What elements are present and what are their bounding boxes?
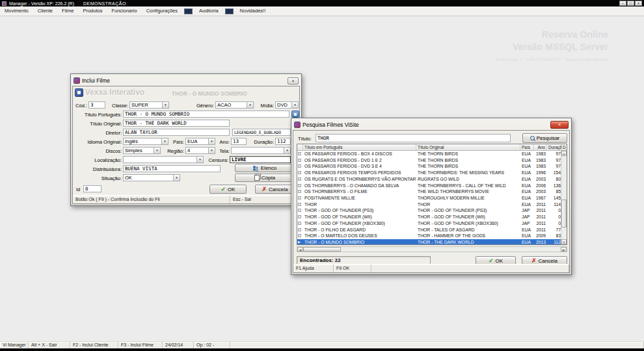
maximize-button[interactable]: □ [627,1,634,6]
tela-select[interactable]: ▼ [231,147,291,154]
menu-item-produtos[interactable]: Produtos [78,6,107,16]
diretor-field[interactable]: ALAN TAYLOR [123,129,230,136]
cell-pais: EUA [520,183,534,189]
table-row[interactable]: OS PASSAROS FERIDOS - DVD 1 E 2THE THORN… [297,157,567,164]
film-icon [298,177,301,181]
header-titulo-original[interactable]: Título Original [416,144,520,150]
table-row[interactable]: THOR - GOD OF THUNDER (PS3)THOR - GOD OF… [297,207,567,214]
scroll-up-icon[interactable]: ▲ [561,151,567,156]
table-row[interactable]: THORTHOREUA2011114P [297,202,567,208]
film-icon [298,209,301,212]
scroll-thumb[interactable] [561,200,567,228]
close-icon[interactable]: × [288,77,299,84]
chevron-down-icon: ▼ [173,175,180,181]
midia-select[interactable]: DVD ▼ [275,101,299,109]
header-ano[interactable]: Ano [534,144,547,150]
menu-item-novidades[interactable]: Novidades!! [235,6,271,16]
close-icon[interactable]: × [550,121,569,129]
close-button[interactable]: × [635,1,642,6]
audio-field[interactable]: LEGENDADO_E_DUBLADO [232,129,291,136]
titulo-pt-field[interactable]: THOR - O MUNDO SOMBRIO [123,110,289,118]
vertical-scrollbar[interactable]: ▲ ▼ [561,151,567,244]
header-pais[interactable]: País [520,144,534,150]
copia-button-label: Cópia [262,175,275,181]
cell-ano: 2011 [534,227,547,233]
id-field[interactable]: 0 [83,185,101,192]
scroll-track[interactable] [303,247,561,252]
cell-pt: OS THORNBERRYS - O FILME [303,188,416,195]
inclui-filme-titlebar[interactable]: Inclui Filme × [72,75,300,86]
regiao-select[interactable]: 4 ▼ [185,147,215,154]
cancela-button[interactable]: ✗ Cancela [255,185,295,194]
menu-item-funcionario[interactable]: Funcionario [107,6,141,16]
header-duracao[interactable]: Duração [547,144,562,150]
classe-select[interactable]: SUPER ▼ [129,101,169,109]
cell-orig: THOR - TALES OF ASGARD [416,227,520,233]
table-row[interactable]: ▶THOR - O MUNDO SOMBRIOTHOR - THE DARK W… [297,239,567,245]
table-row[interactable]: OS THORNBERRYS - O FILMETHE WILD THORNBE… [297,188,567,195]
cell-orig: THOR - GOD OF THUNDER (WII) [416,214,520,220]
localizacao-select[interactable]: ▼ [123,156,204,163]
menu-item-movimento[interactable]: Movimento [0,6,33,16]
table-row[interactable]: OS PASSAROS FERIDOS - BOX 4 DISCOSTHE TH… [297,151,567,157]
menu-item-filme[interactable]: Filme [57,6,78,16]
elenco-button[interactable]: Elenco [235,164,295,172]
copia-button[interactable]: Cópia [235,174,295,182]
header-titulo-pt[interactable]: Título em Português [303,144,416,150]
discos-select[interactable]: Simples ▼ [123,147,161,154]
scroll-thumb[interactable] [303,247,341,252]
ano-field[interactable]: 13 [231,138,247,145]
censura-field[interactable]: LIVRE [230,156,291,163]
people-icon [253,166,259,171]
scroll-right-icon[interactable]: ▶ [561,247,567,252]
situacao-select[interactable]: OK ▼ [123,174,180,181]
horizontal-scrollbar[interactable]: ◀ ▶ [297,246,567,252]
situacao-label: Situação: [74,176,122,181]
pesquisar-button[interactable]: Pesquisar [522,133,567,143]
cell-dur: 154 [547,170,562,176]
row-icon [297,188,303,195]
chevron-down-icon: ▼ [196,157,203,162]
cod-label: Cód.: [74,103,87,109]
pais-select[interactable]: EUA ▼ [185,138,215,145]
idioma-select[interactable]: Inglês ▼ [123,138,168,145]
ano-label: Ano: [215,139,230,145]
table-row[interactable]: OS RUGRATS E OS THORNBERRYS VÃO APRONTAR… [297,176,567,183]
genero-select[interactable]: ACAO ▼ [215,101,254,109]
table-row[interactable]: OS THORNBERRYS - O CHAMADO DA SELVATHE T… [297,183,567,189]
cell-pais: EUA [520,176,534,183]
film-icon [298,228,301,231]
cancela-button-label: Cancela [539,258,557,264]
table-row[interactable]: THOR - O MARTELO DOS DEUSESTHOR - HAMMER… [297,233,567,239]
cod-field[interactable]: 3 [88,101,105,109]
distribuidora-field[interactable]: BUENA VISTA [123,165,221,172]
titulo-lookup-button[interactable] [291,110,299,118]
minimize-button[interactable]: – [619,1,626,6]
menu-item-cliente[interactable]: Cliente [33,6,57,16]
scroll-track[interactable] [561,156,567,239]
ok-button[interactable]: ✓ OK [209,185,247,194]
menu-item-configuracoes[interactable]: Configurações [142,6,182,16]
scroll-down-icon[interactable]: ▼ [561,239,567,244]
duracao-field[interactable]: 112 [275,138,291,145]
watermark-line1: Reserva Online [496,29,608,41]
table-row[interactable]: OS PASSAROS FERIDOS - DVD 3 E 4THE THORN… [297,163,567,170]
chevron-down-icon: ▼ [284,148,290,153]
pesquisa-titlebar[interactable]: Pesquisa Filmes ViSite × [293,120,570,130]
film-icon [298,159,301,162]
cell-dur: 77 [547,227,562,233]
table-row[interactable]: THOR - GOD OF THUNDER (XBOX360)THOR - GO… [297,220,567,227]
scroll-left-icon[interactable]: ◀ [297,247,303,252]
menu-item-auditoria[interactable]: Auditoria [195,6,223,16]
table-row[interactable]: THOR - O FILHO DE ASGARDTHOR - TALES OF … [297,227,567,233]
cell-orig: THE WILD THORNBERRYS MOVIE [416,188,520,195]
table-row[interactable]: POSITIVAMENTE MILLIETHOROUGHLY MODERN MI… [297,195,567,202]
header-distribuidora[interactable]: D [562,144,567,150]
titulo-orig-field[interactable]: THOR - THE DARK WORLD [123,120,230,127]
film-icon [298,152,301,155]
chevron-down-icon: ▼ [162,102,168,108]
row-icon [297,214,303,220]
table-row[interactable]: THOR - GOD OF THUNDER (WII)THOR - GOD OF… [297,214,567,220]
titulo-search-input[interactable]: THOR [315,134,511,142]
table-row[interactable]: OS PASSAROS FERIDOS TEMPOS PERDIDOSTHE T… [297,170,567,176]
